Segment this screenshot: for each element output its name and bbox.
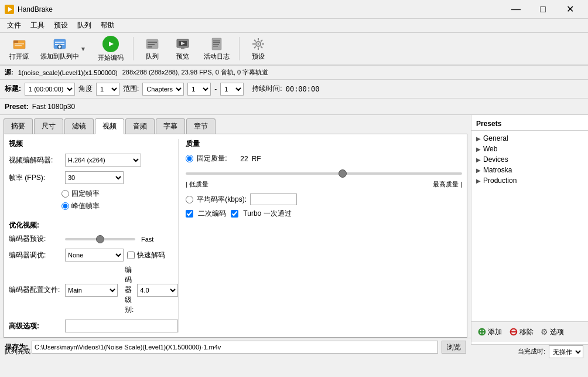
- save-path-input[interactable]: [32, 341, 438, 354]
- svg-rect-12: [59, 46, 61, 47]
- menu-presets[interactable]: 预设: [49, 19, 73, 32]
- toolbar-separator-1: [133, 37, 134, 60]
- duration-value: 00:00:00: [286, 85, 320, 93]
- svg-line-37: [261, 39, 262, 41]
- fps-peak-radio[interactable]: [61, 202, 69, 210]
- add-queue-button[interactable]: 添加到队列中 ▼: [36, 35, 91, 63]
- twopass-row: 二次编码 Turbo 一次通过: [186, 209, 462, 219]
- start-icon: [102, 36, 119, 52]
- quality-high-label: 最高质量 |: [433, 180, 462, 189]
- menu-tools[interactable]: 工具: [26, 19, 49, 32]
- quality-slider[interactable]: [186, 172, 462, 175]
- advanced-input[interactable]: [65, 320, 178, 332]
- tab-dimensions[interactable]: 尺寸: [34, 118, 63, 134]
- avg-bitrate-row: 平均码率(kbps):: [186, 193, 462, 205]
- window-controls: — □ ✕: [502, 0, 583, 19]
- fps-fixed-radio[interactable]: [61, 190, 69, 198]
- encoder-tune-label: 编码器调优:: [9, 250, 61, 260]
- avg-bitrate-input[interactable]: [250, 193, 297, 205]
- tab-subtitles[interactable]: 字幕: [156, 118, 185, 134]
- preset-general-label: General: [483, 134, 508, 142]
- angle-label: 角度: [78, 84, 93, 94]
- fps-fixed-option[interactable]: 固定帧率: [61, 189, 178, 199]
- encoder-row: 视频编解码器: H.264 (x264): [9, 154, 178, 167]
- queue-button[interactable]: 队列: [138, 35, 166, 63]
- profile-select[interactable]: Main: [65, 284, 118, 297]
- encoder-preset-row: 编码器预设: Fast: [9, 234, 178, 244]
- status-text: 队列完成: [5, 347, 30, 356]
- fixed-quality-label: 固定质量:: [197, 154, 227, 164]
- two-pass-checkbox[interactable]: [186, 210, 193, 218]
- content-area: 摘要 尺寸 滤镜 视频 音频 字幕 章节 视频 视频编解码器:: [0, 115, 471, 344]
- devices-expand-icon: ▶: [476, 157, 481, 163]
- quality-labels: | 低质量 最高质量 |: [186, 180, 462, 189]
- encoder-preset-label: 编码器预设:: [9, 234, 61, 244]
- preset-group-web[interactable]: ▶ Web: [471, 144, 588, 154]
- save-bar: 保存为: 浏览: [0, 338, 471, 356]
- start-encode-button[interactable]: 开始编码: [93, 33, 128, 64]
- svg-rect-5: [15, 43, 24, 45]
- fps-mode-group: 固定帧率 峰值帧率: [61, 189, 178, 211]
- encoder-tune-select[interactable]: None: [65, 249, 124, 261]
- preset-web-label: Web: [483, 145, 497, 153]
- add-preset-label: 添加: [488, 327, 502, 337]
- complete-action-select[interactable]: 无操作: [549, 345, 583, 358]
- level-label: 编码器级别:: [125, 265, 134, 315]
- source-label: 源:: [5, 68, 13, 77]
- menu-file[interactable]: 文件: [2, 19, 26, 32]
- close-button[interactable]: ✕: [556, 0, 583, 19]
- quick-decode-checkbox[interactable]: [127, 252, 135, 259]
- add-queue-dropdown-arrow[interactable]: ▼: [80, 46, 86, 52]
- activity-log-button[interactable]: 活动日志: [199, 35, 234, 63]
- avg-bitrate-radio[interactable]: [186, 196, 193, 203]
- title-bar: HandBrake — □ ✕: [0, 0, 588, 19]
- menu-help[interactable]: 帮助: [96, 19, 119, 32]
- svg-rect-27: [213, 46, 218, 47]
- range-end-select[interactable]: 1: [220, 83, 244, 96]
- svg-rect-16: [148, 44, 155, 45]
- presets-button[interactable]: 预设: [244, 35, 272, 63]
- encoder-label: 视频编解码器:: [9, 155, 61, 165]
- preset-group-general[interactable]: ▶ General: [471, 133, 588, 144]
- menu-queue[interactable]: 队列: [73, 19, 96, 32]
- options-preset-button[interactable]: ⚙ 选项: [538, 326, 566, 338]
- svg-marker-13: [109, 42, 114, 46]
- tab-video[interactable]: 视频: [95, 118, 124, 134]
- preview-button[interactable]: 预览: [169, 35, 197, 63]
- encoder-preset-slider[interactable]: [65, 238, 135, 240]
- source-info: 288x288 (288x288), 23.98 FPS, 0 音轨, 0 字幕…: [122, 68, 268, 77]
- svg-rect-20: [179, 49, 186, 49]
- preset-group-devices[interactable]: ▶ Devices: [471, 154, 588, 165]
- range-type-select[interactable]: Chapters: [142, 83, 184, 96]
- open-source-button[interactable]: 打开源: [5, 35, 33, 63]
- quick-decode-option: 快速解码: [127, 250, 165, 260]
- quality-title: 质量: [186, 139, 462, 149]
- svg-rect-24: [213, 40, 220, 42]
- fixed-quality-radio[interactable]: [186, 155, 193, 162]
- range-start-select[interactable]: 1: [187, 83, 211, 96]
- tab-audio[interactable]: 音频: [125, 118, 155, 134]
- remove-preset-button[interactable]: ⊖ 移除: [507, 324, 536, 339]
- browse-button[interactable]: 浏览: [442, 341, 466, 354]
- video-left-column: 视频 视频编解码器: H.264 (x264) 帧率 (FPS):: [9, 139, 178, 332]
- tab-summary[interactable]: 摘要: [4, 118, 33, 134]
- angle-select[interactable]: 1: [96, 83, 119, 96]
- turbo-checkbox[interactable]: [231, 210, 238, 218]
- title-select[interactable]: 1 (00:00:00): [25, 83, 75, 96]
- fps-fixed-label: 固定帧率: [71, 189, 100, 199]
- tab-filters[interactable]: 滤镜: [64, 118, 94, 134]
- add-preset-button[interactable]: ⊕ 添加: [475, 324, 504, 339]
- tab-chapters[interactable]: 章节: [186, 118, 216, 134]
- level-select[interactable]: 4.0: [137, 284, 178, 297]
- fps-select[interactable]: 30: [65, 171, 124, 184]
- preset-group-matroska[interactable]: ▶ Matroska: [471, 165, 588, 175]
- profile-row: 编码器配置文件: Main 编码器级别: 4.0: [9, 265, 178, 315]
- add-preset-icon: ⊕: [477, 325, 486, 338]
- fps-peak-option[interactable]: 峰值帧率: [61, 201, 178, 211]
- minimize-button[interactable]: —: [502, 0, 529, 19]
- maximize-button[interactable]: □: [529, 0, 556, 19]
- preset-group-production[interactable]: ▶ Production: [471, 175, 588, 186]
- encoder-select[interactable]: H.264 (x264): [65, 154, 141, 167]
- app-icon: [5, 5, 14, 14]
- rf-value: 22: [231, 155, 248, 163]
